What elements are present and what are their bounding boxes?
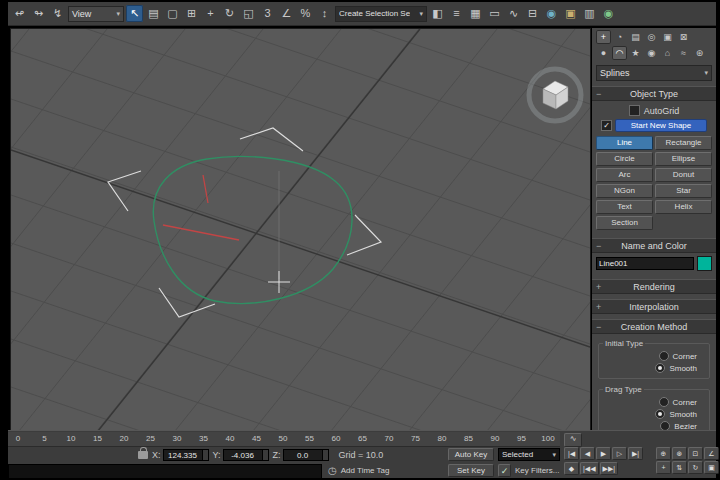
maximize-viewport-icon[interactable]: ▣ xyxy=(704,461,719,474)
object-type-button-text[interactable]: Text xyxy=(596,200,653,214)
zoom-all-icon[interactable]: ⊛ xyxy=(672,447,687,460)
curve-editor-icon[interactable]: ∿ xyxy=(505,5,522,22)
set-key-check-icon[interactable]: ✓ xyxy=(498,464,511,477)
go-to-end-button[interactable]: ▶| xyxy=(628,447,643,460)
object-type-button-helix[interactable]: Helix xyxy=(655,200,712,214)
pan-icon[interactable]: + xyxy=(656,461,671,474)
spinner-icon[interactable] xyxy=(202,450,208,460)
modify-tab[interactable]: ◔ xyxy=(612,30,627,44)
helpers-category-icon[interactable]: ⌂ xyxy=(660,46,675,60)
lights-category-icon[interactable]: ★ xyxy=(628,46,643,60)
next-frame-button[interactable]: ▷ xyxy=(612,447,627,460)
selection-lock-toggle[interactable] xyxy=(138,451,148,459)
render-setup-icon[interactable]: ▣ xyxy=(562,5,579,22)
start-new-shape-button[interactable]: Start New Shape xyxy=(615,119,707,132)
field-of-view-icon[interactable]: ∠ xyxy=(704,447,719,460)
track-bar[interactable]: 0510152025303540455055606570758085909510… xyxy=(8,432,560,447)
mirror-icon[interactable]: ◧ xyxy=(429,5,446,22)
auto-key-button[interactable]: Auto Key xyxy=(448,448,494,461)
radio-drag-smooth[interactable]: Smooth xyxy=(603,409,697,419)
shapes-category-icon[interactable]: ◠ xyxy=(612,46,627,60)
next-key-button[interactable]: ▶▶| xyxy=(600,462,619,475)
select-and-move-icon[interactable]: + xyxy=(202,5,219,22)
key-filters-link[interactable]: Key Filters... xyxy=(515,466,559,475)
previous-key-button[interactable]: |◀◀ xyxy=(580,462,599,475)
maxscript-mini-listener[interactable] xyxy=(8,464,322,479)
select-and-scale-icon[interactable]: ◱ xyxy=(240,5,257,22)
motion-tab[interactable]: ◎ xyxy=(644,30,659,44)
render-production-icon[interactable]: ◉ xyxy=(600,5,617,22)
object-type-button-section[interactable]: Section xyxy=(596,216,653,230)
autogrid-checkbox[interactable]: AutoGrid xyxy=(596,105,712,116)
snap-toggle-3d-icon[interactable]: 3 xyxy=(259,5,276,22)
reference-coordsys-dropdown[interactable]: View ▾ xyxy=(68,6,124,22)
key-mode-toggle-button[interactable]: ◆ xyxy=(564,462,579,475)
object-type-button-arc[interactable]: Arc xyxy=(596,168,653,182)
play-button[interactable]: ▶ xyxy=(596,447,611,460)
align-icon[interactable]: ≡ xyxy=(448,5,465,22)
geometry-category-icon[interactable]: ● xyxy=(596,46,611,60)
systems-category-icon[interactable]: ⊛ xyxy=(692,46,707,60)
percent-snap-icon[interactable]: % xyxy=(297,5,314,22)
create-tab[interactable]: + xyxy=(596,30,611,44)
select-by-name-icon[interactable]: ▤ xyxy=(145,5,162,22)
spinner-icon[interactable] xyxy=(262,450,268,460)
rectangular-selection-region-icon[interactable]: ▢ xyxy=(164,5,181,22)
zoom-icon[interactable]: ⊕ xyxy=(656,447,671,460)
object-type-button-circle[interactable]: Circle xyxy=(596,152,653,166)
utilities-tab[interactable]: ⊠ xyxy=(676,30,691,44)
rollout-header-rendering[interactable]: + Rendering xyxy=(592,279,716,294)
select-and-link-icon[interactable]: ↫ xyxy=(11,5,28,22)
hierarchy-tab[interactable]: ▤ xyxy=(628,30,643,44)
object-type-button-donut[interactable]: Donut xyxy=(655,168,712,182)
select-object-icon[interactable]: ↖ xyxy=(126,5,143,22)
object-type-button-ngon[interactable]: NGon xyxy=(596,184,653,198)
mini-curve-editor-button[interactable]: ∿ xyxy=(564,433,582,447)
schematic-view-icon[interactable]: ⊟ xyxy=(524,5,541,22)
start-new-shape-checkbox[interactable]: ✓ xyxy=(601,120,612,131)
rendered-frame-icon[interactable]: ▥ xyxy=(581,5,598,22)
rollout-header-creation-method[interactable]: − Creation Method xyxy=(592,319,716,334)
space-warps-category-icon[interactable]: ≈ xyxy=(676,46,691,60)
x-coordinate-field[interactable]: 124.335 xyxy=(163,449,209,461)
object-type-button-line[interactable]: Line xyxy=(596,136,653,150)
object-type-button-ellipse[interactable]: Ellipse xyxy=(655,152,712,166)
z-coordinate-field[interactable]: 0.0 xyxy=(283,449,329,461)
previous-frame-button[interactable]: ◀ xyxy=(580,447,595,460)
graphite-ribbon-icon[interactable]: ▭ xyxy=(486,5,503,22)
rollout-header-object-type[interactable]: − Object Type xyxy=(592,86,716,101)
shape-category-dropdown[interactable]: Splines ▾ xyxy=(596,65,712,81)
radio-initial-corner[interactable]: Corner xyxy=(603,351,697,361)
select-and-rotate-icon[interactable]: ↻ xyxy=(221,5,238,22)
radio-drag-corner[interactable]: Corner xyxy=(603,397,697,407)
radio-initial-smooth[interactable]: Smooth xyxy=(603,363,697,373)
angle-snap-icon[interactable]: ∠ xyxy=(278,5,295,22)
spinner-snap-icon[interactable]: ↕ xyxy=(316,5,333,22)
object-type-button-rectangle[interactable]: Rectangle xyxy=(655,136,712,150)
cameras-category-icon[interactable]: ◉ xyxy=(644,46,659,60)
layer-manager-icon[interactable]: ▦ xyxy=(467,5,484,22)
bind-to-space-warp-icon[interactable]: ↯ xyxy=(49,5,66,22)
spinner-icon[interactable] xyxy=(322,450,328,460)
go-to-start-button[interactable]: |◀ xyxy=(564,447,579,460)
viewcube[interactable] xyxy=(529,69,581,121)
orbit-icon[interactable]: ↻ xyxy=(688,461,703,474)
material-editor-icon[interactable]: ◉ xyxy=(543,5,560,22)
object-type-button-star[interactable]: Star xyxy=(655,184,712,198)
unlink-selection-icon[interactable]: ↬ xyxy=(30,5,47,22)
window-crossing-icon[interactable]: ⊞ xyxy=(183,5,200,22)
rollout-header-interpolation[interactable]: + Interpolation xyxy=(592,299,716,314)
walk-through-icon[interactable]: ⇅ xyxy=(672,461,687,474)
object-name-input[interactable] xyxy=(596,257,694,270)
add-time-tag[interactable]: ◷ Add Time Tag xyxy=(328,464,390,477)
zoom-extents-icon[interactable]: ⊡ xyxy=(688,447,703,460)
perspective-viewport[interactable] xyxy=(10,28,591,432)
object-color-swatch[interactable] xyxy=(697,256,712,271)
y-coordinate-field[interactable]: -4.036 xyxy=(223,449,269,461)
radio-label: Smooth xyxy=(669,364,697,373)
key-selection-dropdown[interactable]: Selected ▾ xyxy=(498,448,560,461)
named-selection-set-dropdown[interactable]: Create Selection Se ▾ xyxy=(335,6,427,22)
set-key-button[interactable]: Set Key xyxy=(448,464,494,477)
rollout-header-name-and-color[interactable]: − Name and Color xyxy=(592,238,716,253)
display-tab[interactable]: ▣ xyxy=(660,30,675,44)
